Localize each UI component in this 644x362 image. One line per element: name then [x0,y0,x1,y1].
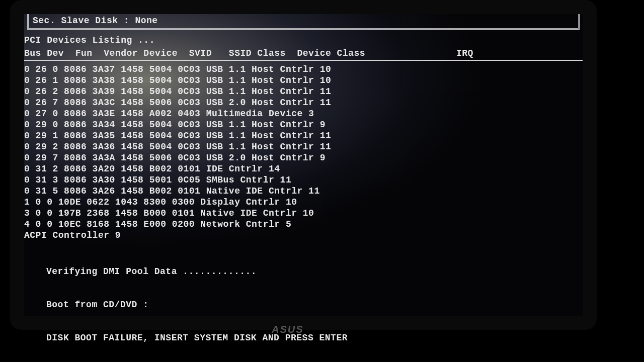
table-row: ACPI Controller 9 [24,230,331,241]
table-row: 0 29 7 8086 3A3A 1458 5006 0C03 USB 2.0 … [24,152,331,163]
boot-source-line: Boot from CD/DVD : [46,299,583,310]
table-row: 0 27 0 8086 3A3E 1458 A002 0403 Multimed… [24,108,331,119]
table-row: 1 0 0 10DE 0622 1043 8300 0300 Display C… [24,197,331,208]
pci-listing-title: PCI Devices Listing ... [24,35,583,46]
table-row: 0 31 3 8086 3A30 1458 5001 0C05 SMBus Cn… [24,174,331,186]
table-row: 0 26 2 8086 3A39 1458 5004 0C03 USB 1.1 … [24,86,331,97]
pci-table-header: Bus Dev Fun Vendor Device SVID SSID Clas… [24,48,583,59]
verify-dmi-line: Verifying DMI Pool Data ............. [46,266,583,277]
drive-detect-box: Sec. Slave Disk : None [27,14,580,30]
header-divider [24,60,583,61]
monitor-bezel: Sec. Slave Disk : None PCI Devices Listi… [10,0,597,330]
table-row: 0 26 7 8086 3A3C 1458 5006 0C03 USB 2.0 … [24,97,331,108]
table-row: 0 31 2 8086 3A20 1458 B002 0101 IDE Cntr… [24,163,331,174]
monitor-brand-logo: ASUS [272,324,304,335]
table-row: 0 26 1 8086 3A38 1458 5004 0C03 USB 1.1 … [24,75,331,86]
boot-messages: Verifying DMI Pool Data ............. Bo… [46,244,583,362]
table-row: 0 29 1 8086 3A35 1458 5004 0C03 USB 1.1 … [24,130,331,141]
table-row: 0 31 5 8086 3A26 1458 B002 0101 Native I… [24,186,331,197]
boot-failure-line: DISK BOOT FAILURE, INSERT SYSTEM DISK AN… [46,332,583,343]
table-row: 0 29 2 8086 3A36 1458 5004 0C03 USB 1.1 … [24,141,331,152]
table-row: 0 29 0 8086 3A34 1458 5004 0C03 USB 1.1 … [24,119,331,130]
table-row: 0 26 0 8086 3A37 1458 5004 0C03 USB 1.1 … [24,64,331,75]
sec-slave-line: Sec. Slave Disk : None [33,16,158,26]
pci-devices-table: 0 26 0 8086 3A37 1458 5004 0C03 USB 1.1 … [24,64,331,241]
table-row: 4 0 0 10EC 8168 1458 E000 0200 Network C… [24,219,331,230]
table-row: 3 0 0 197B 2368 1458 B000 0101 Native ID… [24,208,331,219]
bios-screen: Sec. Slave Disk : None PCI Devices Listi… [24,14,583,316]
